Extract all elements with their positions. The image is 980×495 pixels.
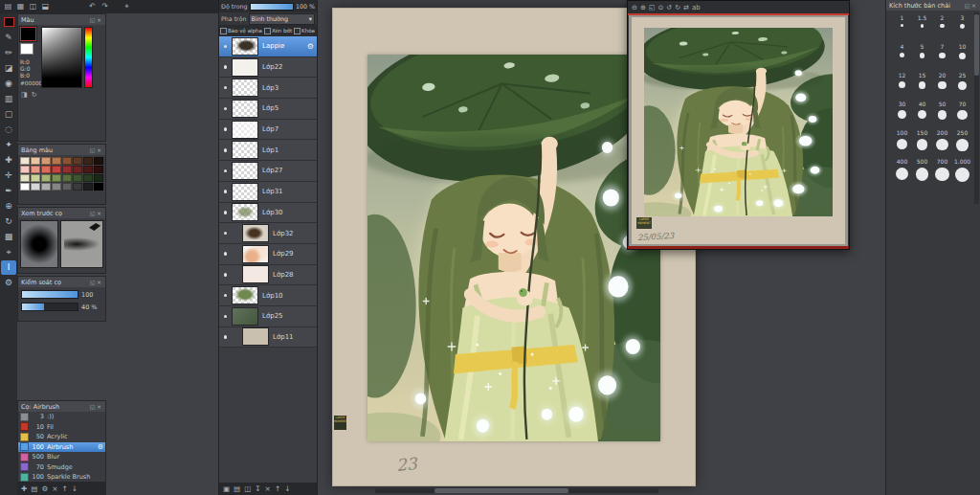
brush-size-option[interactable]: 5 [912,43,932,66]
palette-swatch[interactable] [20,157,30,165]
panel-close-icon[interactable]: × [96,146,102,153]
move-tool-icon[interactable]: ✚ [1,153,16,168]
navigator-preview[interactable] [644,28,833,216]
opacity-slider[interactable] [250,3,294,11]
palette-swatch[interactable] [94,166,103,173]
layer-visibility-dot[interactable] [219,294,232,298]
brush-tool-icon[interactable]: ✎ [1,31,16,45]
palette-swatch[interactable] [73,166,82,173]
brush-size-option[interactable]: 10 [952,43,972,66]
layer-row[interactable]: Lappie⚙ [219,36,317,57]
brush-size-option[interactable]: 30 [892,101,912,124]
brush-size-scrollbar[interactable] [974,12,979,204]
layer-row[interactable]: Lớp1 [219,140,317,161]
brush-size-option[interactable]: 7 [932,43,952,66]
layer-option-checkbox[interactable]: Khóa [294,28,315,34]
layer-visibility-dot[interactable] [219,273,232,277]
brush-size-option[interactable]: 15 [912,72,932,95]
brush-item[interactable]: 100Airbrush⚙ [18,442,105,453]
layer-visibility-dot[interactable] [219,148,232,152]
zoom-tool-icon[interactable]: ⊕ [1,199,16,214]
palette-swatch[interactable] [52,166,61,173]
brush-down-icon[interactable]: ↓ [72,484,78,493]
flip-icon[interactable]: ⇄ [683,4,689,11]
brush-size-option[interactable]: 1.000 [952,158,972,182]
brush-size-option[interactable]: 250 [952,129,972,152]
brush-size-option[interactable]: 70 [952,101,972,124]
layer-visibility-dot[interactable] [219,107,232,111]
brush-opacity-slider[interactable] [21,303,78,311]
panel-float-icon[interactable]: ◱ [89,279,96,285]
brush-size-option[interactable]: 50 [932,101,952,124]
hand-tool-icon[interactable]: ✛ [1,169,16,183]
new-folder-icon[interactable]: ▤ [234,484,240,493]
panel-close-icon[interactable]: × [96,279,102,285]
layer-row[interactable]: Lớp28 [219,265,317,286]
brush-item[interactable]: 500Blur [18,452,105,462]
brush-item[interactable]: 100Sparkle Brush [18,472,105,483]
layer-option-checkbox[interactable]: Bảo vệ alpha [220,28,262,34]
palette-swatch[interactable] [83,166,93,173]
palette-swatch[interactable] [73,183,82,191]
brush-up-icon[interactable]: ↑ [61,484,67,493]
palette-swatch[interactable] [94,183,103,191]
open-file-icon[interactable]: ◫ [28,1,38,12]
brush-item[interactable]: 3:)) [18,412,105,422]
snap-tool-icon[interactable]: ⌖ [1,245,16,259]
palette-swatch[interactable] [83,183,93,191]
brush-size-option[interactable]: 500 [912,158,932,182]
canvas-artwork[interactable] [368,55,660,441]
brush-size-option[interactable]: 2 [932,14,952,37]
palette-swatch[interactable] [41,166,51,173]
brush-item[interactable]: 70Smudge [18,462,105,473]
settings-tool-icon[interactable]: ⚙ [1,276,16,290]
panel-float-icon[interactable]: ◱ [89,146,96,153]
palette-swatch[interactable] [41,157,51,165]
panel-close-icon[interactable]: × [96,403,102,410]
ab-compare-icon[interactable]: ab [692,4,701,11]
layer-visibility-dot[interactable] [219,252,232,256]
palette-swatch[interactable] [62,174,72,182]
layer-visibility-dot[interactable] [219,169,232,173]
scrollbar-thumb[interactable] [974,14,979,76]
brush-size-option[interactable]: 150 [912,129,932,152]
layer-settings-icon[interactable]: ⚙ [307,42,314,51]
palette-swatch[interactable] [52,183,61,191]
rotate-view-tool-icon[interactable]: ↻ [1,214,16,229]
lasso-tool-icon[interactable]: ◌ [1,123,16,137]
layer-row[interactable]: Lớp7 [219,120,317,141]
brush-size-option[interactable]: 12 [892,72,912,95]
panel-float-icon[interactable]: ◱ [89,403,96,410]
brush-size-option[interactable]: 40 [912,101,932,124]
delete-layer-icon[interactable]: × [265,484,271,493]
layer-visibility-dot[interactable] [219,127,232,131]
palette-swatch[interactable] [31,157,40,165]
palette-swatch[interactable] [73,174,82,182]
layer-row[interactable]: Lớp32 [219,223,317,244]
layer-row[interactable]: Lớp22 [219,57,317,79]
brush-size-option[interactable]: 25 [952,72,972,95]
layer-visibility-dot[interactable] [219,232,232,236]
menu-icon[interactable]: ▤ [3,1,13,12]
brush-size-option[interactable]: 1 [892,14,912,37]
brush-size-option[interactable]: 100 [892,129,912,152]
add-brush-icon[interactable]: ✚ [21,484,27,493]
layer-row[interactable]: Lớp29 [219,244,317,265]
saturation-value-picker[interactable] [41,27,82,88]
rotate-left-icon[interactable]: ↺ [666,4,672,11]
fill-tool-icon[interactable]: ◉ [1,77,16,91]
swap-colors-icon[interactable]: ↻ [32,91,37,99]
layer-row[interactable]: Lớp5 [219,99,317,120]
brush-size-option[interactable]: 20 [932,72,952,95]
layer-row[interactable]: Lớp30 [219,203,317,224]
transform-icon[interactable]: ⌖ [122,1,132,12]
palette-swatch[interactable] [52,157,61,165]
blend-mode-select[interactable]: Bình thường ▾ [249,13,315,25]
panel-float-icon[interactable]: ◱ [89,16,96,23]
palette-swatch[interactable] [20,183,30,191]
eraser-tool-icon[interactable]: ◪ [1,61,16,76]
layer-up-icon[interactable]: ↑ [275,484,280,493]
palette-swatch[interactable] [20,166,30,173]
zoom-actual-icon[interactable]: ⊙ [657,4,663,11]
text-tool-icon[interactable]: I [1,260,16,275]
